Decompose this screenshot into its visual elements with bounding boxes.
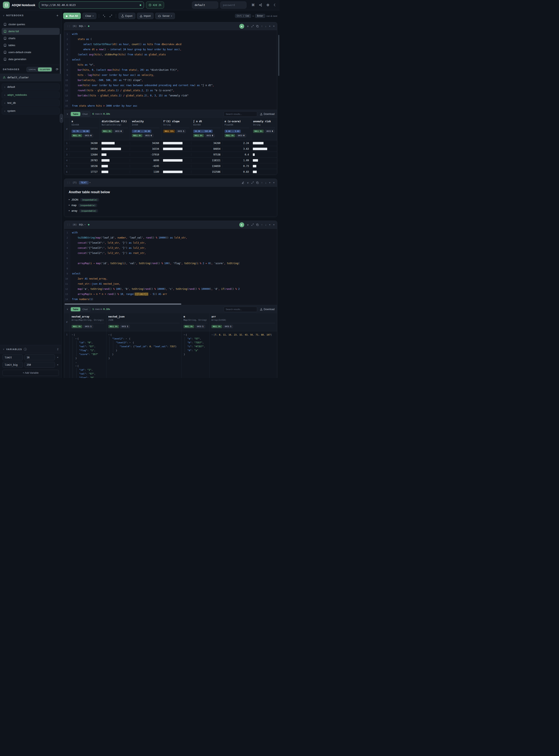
download-button[interactable]: Download (260, 113, 274, 115)
view-table-tab[interactable]: Table (71, 307, 81, 311)
table-row[interactable]: 13426034260342602.24 (64, 140, 277, 146)
collapse-result-chevron-icon[interactable]: ∨ (67, 113, 68, 115)
import-button[interactable]: Import (137, 13, 154, 19)
sidebar-notebook-item[interactable]: data generation (2, 56, 60, 63)
sql-editor[interactable]: 1with2 toJSONString(map('leaf_id', numbe… (64, 229, 277, 303)
code-line[interactable]: 1with (64, 31, 277, 37)
code-line[interactable]: 11 sum(hits) over (order by hour asc row… (64, 83, 277, 88)
database-tree-item[interactable]: › test_db (2, 99, 60, 107)
database-tree-item[interactable]: › default (2, 84, 60, 90)
view-chart-tab[interactable]: Chart (81, 307, 90, 311)
code-line[interactable]: 5 concat('{"level2":', lvl2_str, '}') as… (64, 251, 277, 256)
column-header[interactable]: nested_jsonJSONNULL 0%UNIQ1 (106, 313, 181, 331)
tree-line[interactable]: "id": "1", (72, 368, 105, 372)
expand-chevron-icon[interactable]: › (4, 85, 5, 89)
column-header[interactable]: f'(t) slopeStringNULL 33%UNIQ1 (161, 118, 191, 140)
copy-cell-icon[interactable] (256, 25, 259, 27)
code-line[interactable]: 11 root_str::json AS nested_json, (64, 282, 277, 287)
edit-cell-icon[interactable] (242, 181, 244, 184)
tree-line[interactable]: "d": "y" (184, 349, 208, 352)
drag-handle-icon[interactable]: ⋮⋮ (67, 25, 70, 27)
server-url-field[interactable] (39, 1, 144, 8)
column-header[interactable]: ∫ n dtUInt6434.3K .. 152.6KNULL 0%UNIQ6 (191, 118, 223, 140)
refresh-databases-icon[interactable]: ⟳ (56, 67, 59, 71)
table-row[interactable]: 516538-42451348590.73 (64, 163, 277, 169)
variable-value-field[interactable]: 16 (24, 354, 55, 360)
code-line[interactable]: 12 round((hits - global_stats.1) / globa… (64, 88, 277, 93)
db-scope-cluster[interactable]: CLUSTER (38, 67, 52, 71)
tree-line[interactable]: , (72, 360, 105, 364)
expand-cell-icon[interactable] (251, 181, 254, 184)
tree-line[interactable]: ▾{ (184, 333, 208, 337)
tree-line[interactable]: "val": "57", (72, 344, 105, 349)
add-notebook-button[interactable]: + (57, 14, 59, 17)
clear-button[interactable]: Clear▾ (83, 13, 96, 19)
sidebar-notebook-item[interactable]: cluster queries (2, 21, 60, 28)
tree-line[interactable]: "c": "47357", (184, 344, 208, 349)
expand-cell-icon[interactable] (251, 25, 254, 27)
code-line[interactable]: 4 concat('{"level3":', lvl3_str, '}') as… (64, 245, 277, 251)
tree-line[interactable]: } (109, 349, 180, 352)
tree-line[interactable]: "flag": "1", (72, 349, 105, 352)
move-cell-up-icon[interactable]: ↑ (261, 25, 263, 27)
search-results-input[interactable] (224, 111, 257, 117)
tree-line[interactable]: "level3": ▾ { (109, 341, 180, 344)
editor-horizontal-scrollbar[interactable] (64, 303, 277, 305)
table-row[interactable]: 25059416334848543.63 (64, 146, 277, 152)
code-line[interactable]: 14from numbers(1) (64, 297, 277, 302)
table-row[interactable]: 312684-37910975380.4 (64, 152, 277, 157)
db-scope-local[interactable]: LOCAL (27, 67, 38, 71)
nested-array-tree[interactable]: ▾[▾{"id": "0","val": "57","flag": "1","s… (69, 331, 106, 378)
export-button[interactable]: Export (118, 13, 135, 19)
expand-all-cells-icon[interactable] (108, 14, 113, 18)
collapse-all-cells-icon[interactable] (102, 14, 107, 18)
tree-line[interactable]: } (109, 352, 180, 356)
move-cell-down-icon[interactable]: ↓ (265, 25, 266, 27)
notebook-scrollbar[interactable] (278, 35, 279, 76)
column-header[interactable]: nUInt6412.7K .. 50.6KNULL 0%UNIQ6 (69, 118, 100, 140)
password-field[interactable] (220, 1, 246, 8)
theme-moon-icon[interactable]: ☾ (274, 3, 277, 7)
username-field[interactable] (192, 1, 218, 8)
notebooks-collapse-chevron-icon[interactable]: ∨ (3, 14, 4, 17)
code-line[interactable]: 8 bar(hits, 0, (select max(hits) from st… (64, 67, 277, 73)
view-chart-tab[interactable]: Chart (81, 112, 90, 116)
variable-name-field[interactable]: limit_big (2, 362, 23, 368)
code-line[interactable]: 9select (64, 271, 277, 276)
variables-collapse-chevron-icon[interactable]: ∨ (3, 348, 4, 350)
settings-gear-icon[interactable]: ⚙ (266, 3, 269, 7)
table-row[interactable]: 61772711891525860.83 (64, 169, 277, 175)
move-cell-up-icon[interactable]: ↑ (261, 181, 263, 184)
tree-line[interactable]: "b": "7357", (184, 341, 208, 344)
code-line[interactable]: 13 bar(abs((hits - global_stats.1) / glo… (64, 93, 277, 98)
tree-line[interactable]: "val": "57", (72, 372, 105, 376)
add-cell-icon[interactable]: + (269, 224, 270, 226)
code-line[interactable]: 8 (64, 266, 277, 271)
delete-cell-icon[interactable]: × (273, 181, 274, 184)
remove-variable-icon[interactable]: × (57, 356, 59, 359)
server-button[interactable]: Server▾ (155, 13, 175, 19)
share-icon[interactable] (259, 3, 262, 6)
code-line[interactable]: 3 select toStartOfHour(dt) as hour, coun… (64, 42, 277, 47)
tree-line[interactable]: "a": "57", (184, 337, 208, 341)
tree-line[interactable]: "score": "357" (72, 352, 105, 356)
code-line[interactable]: 7 hits as "n", (64, 62, 277, 67)
cell-language-select[interactable]: SQL▾ (79, 25, 86, 27)
copy-cell-icon[interactable] (256, 181, 259, 184)
tree-line[interactable]: ▾[7, 8, 11, 16, 23, 32, 43, 56, 71, 88, … (211, 333, 276, 337)
add-variable-button[interactable]: + Add Variable (2, 370, 59, 376)
delete-cell-icon[interactable]: × (273, 25, 274, 27)
code-line[interactable]: 6 (64, 256, 277, 261)
column-header[interactable]: velocityInt64-37.9K .. 34.3KNULL 0%UNIQ6 (130, 118, 161, 140)
code-line[interactable]: 6select (64, 57, 277, 62)
tree-line[interactable]: } (184, 352, 208, 356)
command-palette-icon[interactable]: ⌘ (251, 3, 255, 7)
expand-chevron-icon[interactable]: › (4, 93, 5, 96)
chevron-down-icon[interactable]: ∨ (247, 181, 249, 184)
sidebar-notebook-item[interactable]: demo full (2, 28, 60, 35)
run-all-button[interactable]: ▶ Run All (63, 13, 81, 19)
cell-language-select[interactable]: SQL▾ (79, 224, 86, 226)
code-line[interactable]: 14 (64, 98, 277, 103)
code-line[interactable]: 10 bar(velocity, -500, 500, 20) as "f'(t… (64, 78, 277, 83)
move-cell-down-icon[interactable]: ↓ (265, 181, 266, 184)
